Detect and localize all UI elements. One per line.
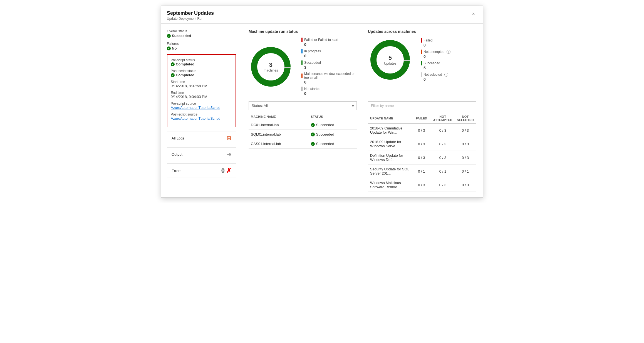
end-time-value: 9/14/2018, 9:34:03 PM (171, 95, 232, 99)
post-script-status-value: ✓ Completed (171, 73, 232, 77)
legend-name: In progress (304, 49, 321, 53)
dialog-subtitle: Update Deployment Run (167, 17, 214, 21)
post-script-status-label: Post-script status (171, 69, 232, 73)
post-script-source-link[interactable]: AzureAutomationTutorialScript (171, 116, 232, 121)
updates-donut-wrapper: 5 Updates (368, 38, 412, 82)
pre-script-source-row: Pre-script source AzureAutomationTutoria… (171, 102, 232, 110)
all-logs-item[interactable]: All Logs ⊞ (167, 131, 236, 145)
failures-label: Failures (167, 42, 236, 46)
pre-post-script-box: Pre-script status ✓ Completed Post-scrip… (167, 54, 236, 127)
table-row: Windows Malicious Software Remov... 0 / … (368, 178, 476, 192)
pre-script-status-value: ✓ Completed (171, 62, 232, 66)
info-icon[interactable]: i (447, 50, 450, 54)
pre-script-status-row: Pre-script status ✓ Completed (171, 58, 232, 66)
not-selected-cell: 0 / 3 (455, 124, 476, 137)
failed-cell: 0 / 3 (412, 137, 431, 151)
machine-status-cell: ✓ Succeeded (309, 139, 357, 149)
pre-script-source-link[interactable]: AzureAutomationTutorialScript (171, 106, 232, 110)
machine-chart-section: Machine update run status 3 (249, 29, 357, 96)
pre-script-status-label: Pre-script status (171, 58, 232, 62)
machine-name-cell: SQL01.internal.lab (249, 130, 309, 139)
legend-color-bar (301, 49, 303, 53)
update-name-cell: Definition Update for Windows Def... (368, 151, 412, 165)
update-name-cell: 2018-09 Update for Windows Serve... (368, 137, 412, 151)
tables-row: Status: All Succeeded Failed In Progress… (249, 101, 476, 192)
dialog-container: September Updates Update Deployment Run … (161, 6, 483, 198)
errors-count: 0 (221, 167, 225, 174)
right-content: Machine update run status 3 (242, 24, 483, 197)
table-row: Security Update for SQL Server 201... 0 … (368, 165, 476, 178)
updates-legend-item: Not selectedi 0 (421, 72, 450, 82)
start-time-label: Start time (171, 80, 232, 84)
machine-legend-item: Succeeded 3 (301, 60, 357, 70)
not-selected-cell: 0 / 3 (455, 137, 476, 151)
failed-cell: 0 / 1 (412, 165, 431, 178)
failed-cell: 0 / 3 (412, 151, 431, 165)
not-selected-col-header: NOT SELECTED (455, 113, 476, 124)
legend-count: 0 (304, 54, 357, 58)
not-attempted-cell: 0 / 3 (431, 178, 455, 192)
pre-script-source-label: Pre-script source (171, 102, 232, 106)
machine-legend-item: Maintenance window exceeded or too small… (301, 72, 357, 84)
start-time-value: 9/14/2018, 8:37:58 PM (171, 84, 232, 88)
updates-table: UPDATE NAME FAILED NOT ATTEMPTED NOT SEL… (368, 113, 476, 192)
legend-count: 0 (423, 54, 450, 59)
status-text: Succeeded (316, 142, 334, 146)
legend-name: Succeeded (304, 61, 321, 65)
info-icon[interactable]: i (444, 73, 448, 77)
dialog-header: September Updates Update Deployment Run … (161, 6, 483, 24)
legend-count: 5 (423, 66, 450, 70)
dialog-body: Overall status ✓ Succeeded Failures ✓ No… (161, 24, 483, 197)
updates-center-label: Updates (384, 62, 397, 65)
legend-name: Maintenance window exceeded or too small (304, 72, 357, 80)
machine-legend-item: Not started 0 (301, 87, 357, 96)
machine-filter-bar: Status: All Succeeded Failed In Progress… (249, 101, 357, 110)
machine-status-cell: ✓ Succeeded (309, 120, 357, 130)
legend-color-bar (421, 61, 422, 65)
update-name-cell: 2018-09 Cumulative Update for Win... (368, 124, 412, 137)
status-check-icon: ✓ (311, 133, 315, 136)
legend-color-bar (301, 38, 303, 42)
start-time-row: Start time 9/14/2018, 8:37:58 PM (171, 80, 232, 88)
not-selected-cell: 0 / 3 (455, 151, 476, 165)
overall-status-label: Overall status (167, 29, 236, 33)
failed-cell: 0 / 3 (412, 178, 431, 192)
machine-legend-item: Failed or Failed to start 0 (301, 38, 357, 47)
machine-center-number: 3 (264, 61, 278, 68)
logs-section: All Logs ⊞ Output ⇥ Errors 0 ✗ (167, 131, 236, 178)
machine-legend: Failed or Failed to start 0 In progress … (301, 38, 357, 96)
machine-name-cell: CAS01.internal.lab (249, 139, 309, 149)
output-label: Output (172, 152, 182, 156)
close-button[interactable]: × (470, 10, 477, 18)
output-item[interactable]: Output ⇥ (167, 147, 236, 161)
updates-table-section: UPDATE NAME FAILED NOT ATTEMPTED NOT SEL… (368, 101, 476, 192)
not-attempted-cell: 0 / 3 (431, 124, 455, 137)
overall-status-section: Overall status ✓ Succeeded (167, 29, 236, 38)
legend-color-bar (301, 87, 303, 91)
table-row: 2018-09 Cumulative Update for Win... 0 /… (368, 124, 476, 137)
machine-center-label: machines (264, 68, 278, 72)
updates-legend-item: Failed 0 (421, 38, 450, 47)
updates-chart-title: Updates across machines (368, 29, 476, 34)
machine-status-col-header: STATUS (309, 113, 357, 120)
machine-chart-title: Machine update run status (249, 29, 357, 34)
updates-filter-input[interactable] (368, 101, 476, 110)
status-text: Succeeded (316, 123, 334, 127)
end-time-row: End time 9/14/2018, 9:34:03 PM (171, 91, 232, 99)
overall-status-value: ✓ Succeeded (167, 34, 236, 38)
not-selected-cell: 0 / 3 (455, 178, 476, 192)
updates-legend: Failed 0 Not attemptedi 0 Succeeded 5 No… (421, 38, 450, 82)
not-attempted-cell: 0 / 1 (431, 165, 455, 178)
update-name-col-header: UPDATE NAME (368, 113, 412, 124)
no-failures-icon: ✓ (167, 46, 171, 50)
errors-item[interactable]: Errors 0 ✗ (167, 163, 236, 178)
left-panel: Overall status ✓ Succeeded Failures ✓ No… (161, 24, 242, 197)
legend-color-bar (421, 38, 422, 43)
legend-name: Failed (423, 38, 433, 42)
status-check-icon: ✓ (311, 123, 315, 127)
updates-center-number: 5 (384, 54, 397, 62)
not-attempted-cell: 0 / 3 (431, 151, 455, 165)
machine-status-filter[interactable]: Status: All Succeeded Failed In Progress… (249, 101, 357, 110)
legend-count: 0 (423, 43, 450, 47)
check-icon: ✓ (167, 34, 171, 38)
